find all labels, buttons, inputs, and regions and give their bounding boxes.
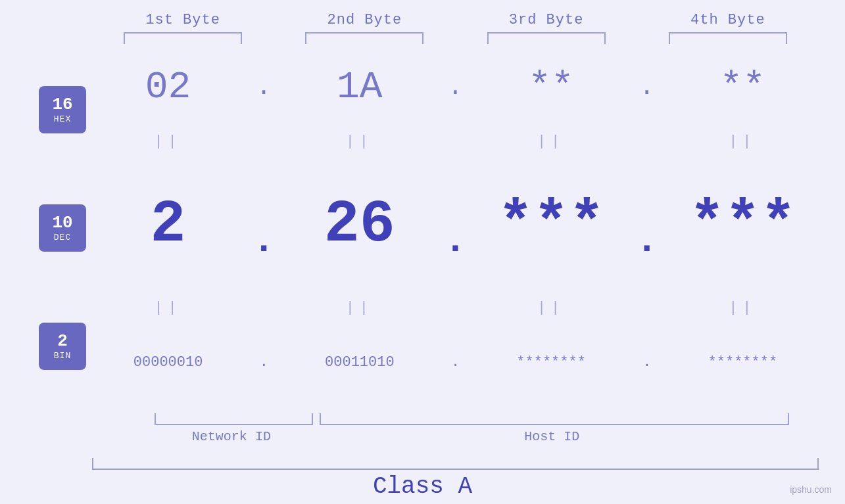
- sep2-cell-3: ||: [475, 300, 627, 316]
- bracket-bottom-host: [320, 413, 789, 425]
- badge-bin: 2 BIN: [39, 323, 86, 370]
- bin-cell-1: 00000010: [92, 354, 244, 371]
- sep-cell-1: ||: [92, 133, 244, 150]
- host-id-label: Host ID: [312, 429, 792, 444]
- main-container: 1st Byte 2nd Byte 3rd Byte 4th Byte 16 H…: [0, 0, 845, 504]
- hex-val-2: 1A: [337, 66, 383, 108]
- bottom-brackets-row: [92, 405, 819, 425]
- class-bracket: [92, 458, 819, 470]
- bin-cell-4: ********: [667, 354, 819, 371]
- sep-cell-2: ||: [283, 133, 435, 150]
- byte-label-3: 3rd Byte: [509, 12, 584, 28]
- bin-row: 00000010 . 00011010 . ******** .: [92, 320, 819, 405]
- sep-cell-4: ||: [667, 133, 819, 150]
- dec-cell-1: 2: [92, 191, 244, 258]
- dec-dot-1: .: [244, 209, 283, 260]
- data-area: 02 . 1A . ** . **: [92, 44, 819, 458]
- bin-val-3: ********: [516, 354, 586, 371]
- byte-label-4: 4th Byte: [690, 12, 765, 28]
- bin-val-1: 00000010: [133, 354, 203, 371]
- hex-cell-1: 02: [92, 66, 244, 108]
- badge-dec: 10 DEC: [39, 204, 86, 252]
- hex-cell-3: **: [475, 66, 627, 108]
- sep-bar-1: ||: [154, 133, 181, 150]
- dec-dot-2: .: [436, 209, 475, 260]
- byte-col-2: 2nd Byte: [274, 12, 455, 44]
- badge-hex-label: HEX: [54, 114, 71, 124]
- sep2-cell-1: ||: [92, 300, 244, 316]
- sep2-cell-2: ||: [283, 300, 435, 316]
- badge-bin-num: 2: [57, 332, 68, 351]
- badge-dec-label: DEC: [54, 233, 71, 242]
- badge-bin-label: BIN: [54, 351, 71, 361]
- byte-col-1: 1st Byte: [92, 12, 274, 44]
- bin-dot-3: .: [627, 354, 667, 371]
- bracket-top-4: [669, 32, 787, 44]
- sep-row-2: || || || ||: [92, 296, 819, 320]
- watermark: ipshu.com: [790, 484, 832, 495]
- sep-bar-4: ||: [729, 133, 756, 150]
- bracket-top-1: [124, 32, 242, 44]
- dec-cell-2: 26: [283, 191, 435, 258]
- badge-dec-num: 10: [52, 214, 72, 233]
- main-area: 16 HEX 10 DEC 2 BIN 02 .: [0, 44, 845, 458]
- dec-cell-4: ***: [667, 191, 819, 258]
- bin-dot-1: .: [244, 354, 283, 371]
- hex-cell-2: 1A: [283, 66, 435, 108]
- bin-dot-2: .: [436, 354, 475, 371]
- sep2-cell-4: ||: [667, 300, 819, 316]
- byte-col-4: 4th Byte: [637, 12, 819, 44]
- dec-dot-3: .: [627, 209, 667, 260]
- badge-hex-num: 16: [52, 95, 72, 114]
- badges-col: 16 HEX 10 DEC 2 BIN: [33, 44, 92, 458]
- hex-val-3: **: [528, 66, 574, 108]
- hex-val-1: 02: [145, 66, 191, 108]
- bracket-bottom-network: [155, 413, 313, 425]
- byte-col-3: 3rd Byte: [456, 12, 637, 44]
- bin-cell-3: ********: [475, 354, 627, 371]
- hex-dot-1: .: [244, 73, 283, 101]
- hex-dot-2: .: [436, 73, 475, 101]
- bin-cell-2: 00011010: [283, 354, 435, 371]
- hex-val-4: **: [720, 66, 766, 108]
- dec-val-2: 26: [324, 191, 395, 258]
- labels-row: Network ID Host ID: [92, 425, 819, 458]
- byte-label-1: 1st Byte: [145, 12, 220, 28]
- dec-val-1: 2: [151, 191, 186, 258]
- network-id-label: Network ID: [151, 429, 312, 444]
- hex-dot-3: .: [627, 73, 667, 101]
- badge-hex: 16 HEX: [39, 86, 86, 133]
- bracket-top-2: [305, 32, 423, 44]
- bin-val-4: ********: [708, 354, 778, 371]
- dec-val-3: ***: [498, 191, 604, 258]
- header-row: 1st Byte 2nd Byte 3rd Byte 4th Byte: [0, 0, 845, 44]
- dec-val-4: ***: [689, 191, 796, 258]
- sep-bar-2: ||: [346, 133, 374, 150]
- hex-row: 02 . 1A . ** . **: [92, 44, 819, 129]
- dec-cell-3: ***: [475, 191, 627, 258]
- byte-label-2: 2nd Byte: [327, 12, 402, 28]
- bin-val-2: 00011010: [325, 354, 395, 371]
- sep-cell-3: ||: [475, 133, 627, 150]
- class-label: Class A: [373, 473, 472, 500]
- bracket-top-3: [487, 32, 606, 44]
- hex-cell-4: **: [667, 66, 819, 108]
- sep-bar-3: ||: [537, 133, 565, 150]
- sep-row-1: || || || ||: [92, 129, 819, 153]
- dec-row: 2 . 26 . *** . ***: [92, 153, 819, 296]
- class-row: Class A: [0, 458, 845, 504]
